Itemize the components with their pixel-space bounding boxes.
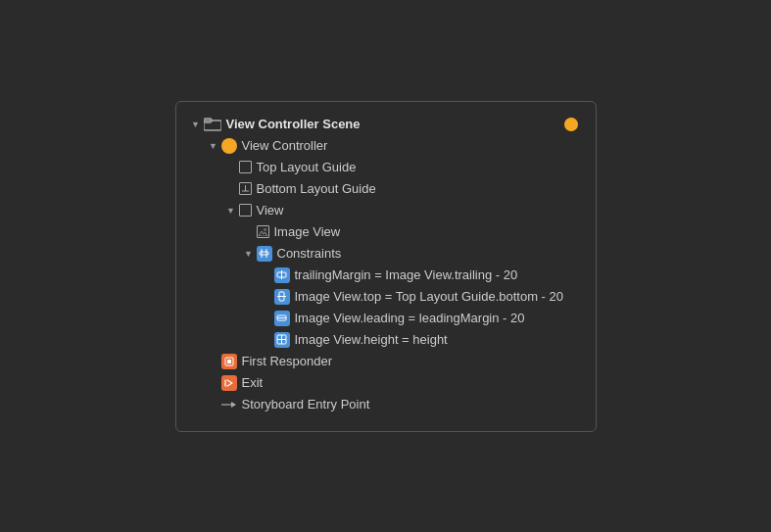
- svg-rect-20: [227, 360, 231, 363]
- constraint-height-icon: [274, 332, 290, 348]
- exit-label: Exit: [242, 375, 264, 390]
- vc-disclosure[interactable]: [208, 140, 219, 152]
- constraints-label: Constraints: [277, 246, 342, 261]
- constraint-trailing-row[interactable]: ▶ trailingMargin = Image View.trailing -…: [190, 265, 582, 286]
- entry-label: Storyboard Entry Point: [242, 397, 370, 411]
- constraint-height-label: Image View.height = height: [295, 332, 448, 347]
- first-responder-row[interactable]: ▶ First Responder: [190, 351, 582, 372]
- first-responder-label: First Responder: [242, 354, 332, 368]
- svg-marker-5: [259, 231, 267, 236]
- top-layout-row[interactable]: ▶ Top Layout Guide: [190, 157, 582, 178]
- view-row[interactable]: View: [190, 200, 582, 221]
- constraint-top-label: Image View.top = Top Layout Guide.bottom…: [295, 289, 564, 304]
- view-disclosure[interactable]: [225, 205, 237, 217]
- vc-label: View Controller: [242, 138, 328, 153]
- svg-point-2: [564, 118, 577, 130]
- imageview-icon: [257, 225, 269, 238]
- vc-row[interactable]: View Controller: [190, 135, 582, 157]
- bottom-layout-icon: [239, 182, 252, 195]
- constraint-top-row[interactable]: ▶ Image View.top = Top Layout Guide.bott…: [190, 286, 582, 308]
- view-icon: [239, 204, 252, 217]
- imageview-label: Image View: [274, 224, 341, 239]
- document-outline-panel: View Controller Scene View Controller ▶ …: [175, 101, 597, 432]
- constraint-top-icon: [274, 289, 290, 305]
- top-layout-label: Top Layout Guide: [257, 160, 357, 174]
- scene-row[interactable]: View Controller Scene: [190, 114, 582, 135]
- view-label: View: [257, 203, 284, 218]
- top-layout-icon: [239, 161, 252, 173]
- constraint-trailing-label: trailingMargin = Image View.trailing - 2…: [295, 267, 518, 282]
- imageview-row[interactable]: ▶ Image View: [190, 221, 582, 243]
- first-responder-icon: [221, 354, 237, 369]
- constraints-disclosure[interactable]: [243, 248, 255, 260]
- scene-disclosure[interactable]: [190, 119, 202, 130]
- folder-icon: [204, 117, 221, 132]
- svg-marker-23: [231, 402, 236, 408]
- constraint-height-row[interactable]: ▶ Image View.height = height: [190, 329, 582, 351]
- scene-badge: [564, 118, 578, 131]
- svg-rect-7: [260, 252, 268, 255]
- exit-icon: [221, 375, 237, 391]
- svg-point-6: [264, 229, 265, 231]
- entry-icon: [221, 397, 237, 412]
- vc-icon: [221, 138, 237, 154]
- constraints-icon: [257, 246, 272, 262]
- constraint-leading-label: Image View.leading = leadingMargin - 20: [295, 311, 525, 325]
- constraint-leading-icon: [274, 311, 290, 326]
- entry-row[interactable]: ▶ Storyboard Entry Point: [190, 394, 582, 415]
- scene-label: View Controller Scene: [226, 117, 361, 131]
- constraint-trailing-icon: [274, 267, 290, 283]
- bottom-layout-label: Bottom Layout Guide: [257, 181, 376, 196]
- constraints-row[interactable]: Constraints: [190, 243, 582, 265]
- constraint-leading-row[interactable]: ▶ Image View.leading = leadingMargin - 2…: [190, 308, 582, 329]
- exit-row[interactable]: ▶ Exit: [190, 372, 582, 394]
- bottom-layout-row[interactable]: ▶ Bottom Layout Guide: [190, 178, 582, 200]
